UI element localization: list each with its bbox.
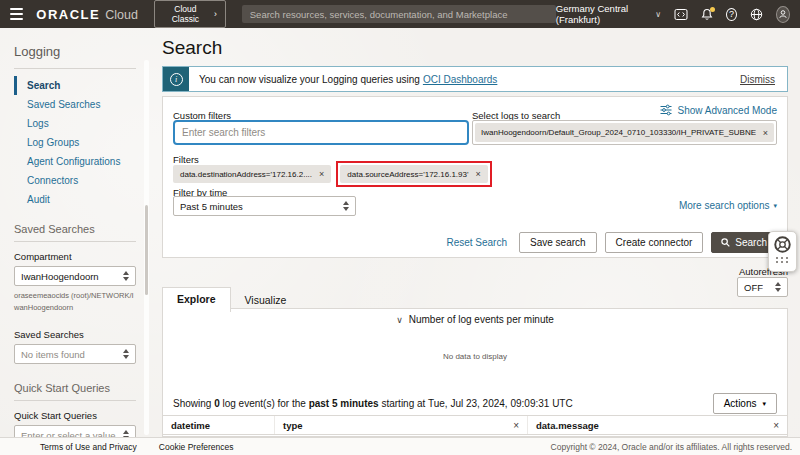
- filter-chip-destination[interactable]: data.destinationAddress='172.16.2.... ×: [173, 165, 331, 183]
- remove-column-icon[interactable]: ×: [513, 420, 519, 431]
- banner-accent-strip: i: [163, 67, 189, 91]
- column-datetime[interactable]: datetime: [163, 416, 275, 434]
- chevron-right-icon: ›: [214, 9, 217, 19]
- reset-search-link[interactable]: Reset Search: [446, 237, 507, 248]
- oracle-cloud-logo[interactable]: ORACLE Cloud: [36, 7, 138, 22]
- dismiss-link[interactable]: Dismiss: [740, 74, 775, 85]
- brand-cloud: Cloud: [105, 8, 138, 22]
- results-summary-text: Showing 0 log event(s) for the past 5 mi…: [173, 398, 573, 409]
- stepper-icon: [770, 282, 781, 292]
- result-count: 0: [214, 398, 220, 409]
- compartment-select[interactable]: IwanHoogendoorn: [14, 266, 136, 286]
- notifications-bell-icon[interactable]: [701, 8, 713, 21]
- banner-text: You can now visualize your Logging queri…: [199, 74, 420, 85]
- column-data-message[interactable]: data.message ×: [528, 416, 787, 434]
- custom-filters-input[interactable]: [173, 120, 469, 145]
- hamburger-menu-icon[interactable]: [10, 8, 23, 20]
- help-icon[interactable]: ?: [726, 8, 737, 21]
- remove-log-icon[interactable]: ×: [763, 128, 768, 138]
- chart-empty-state: No data to display: [163, 352, 787, 361]
- saved-searches-select[interactable]: No items found: [14, 344, 136, 364]
- time-range-select[interactable]: Past 5 minutes: [173, 196, 356, 216]
- sidebar-item-connectors[interactable]: Connectors: [14, 171, 136, 190]
- search-icon: [721, 238, 730, 247]
- more-search-options-link[interactable]: More search options ▾: [679, 200, 777, 211]
- remove-filter-icon[interactable]: ×: [475, 169, 480, 179]
- column-type[interactable]: type ×: [275, 416, 528, 434]
- floating-help-widget[interactable]: [768, 231, 797, 272]
- page-title: Search: [162, 37, 222, 59]
- save-search-button[interactable]: Save search: [519, 232, 597, 253]
- saved-searches-section-heading: Saved Searches: [14, 223, 136, 235]
- info-banner: i You can now visualize your Logging que…: [162, 66, 788, 92]
- sidebar-item-saved-searches[interactable]: Saved Searches: [14, 95, 136, 114]
- caret-down-icon: ▾: [773, 202, 777, 210]
- drag-handle-dots[interactable]: [776, 257, 789, 263]
- remove-filter-icon[interactable]: ×: [319, 169, 324, 179]
- quick-start-section-heading: Quick Start Queries: [14, 382, 136, 394]
- select-logs-field[interactable]: IwanHoogendoorn/Default_Group_2024_0710_…: [472, 120, 777, 145]
- sidebar-navigation: Logging Search Saved Searches Logs Log G…: [0, 28, 150, 437]
- chevron-down-icon: ∨: [655, 10, 661, 19]
- quick-start-label: Quick Start Queries: [14, 410, 136, 421]
- stepper-icon: [338, 201, 349, 211]
- oci-dashboards-link[interactable]: OCI Dashboards: [423, 74, 497, 85]
- divider: [14, 68, 136, 69]
- info-icon: i: [170, 73, 183, 86]
- user-avatar[interactable]: [776, 6, 790, 23]
- sliders-icon: [660, 104, 672, 116]
- search-actions-row: Reset Search Save search Create connecto…: [446, 232, 777, 253]
- cloud-classic-button[interactable]: Cloud Classic ›: [154, 0, 226, 28]
- saved-searches-label: Saved Searches: [14, 329, 136, 340]
- sidebar-scrollbar-thumb[interactable]: [145, 205, 148, 295]
- divider: [14, 241, 136, 242]
- sidebar-title: Logging: [14, 44, 136, 59]
- topbar-actions: Germany Central (Frankfurt) ∨ ?: [556, 3, 790, 25]
- log-events-collapsible-header[interactable]: ∨ Number of log events per minute: [163, 314, 787, 325]
- results-table-header: datetime type × data.message ×: [163, 415, 787, 435]
- red-annotation-box: data.sourceAddress='172.16.1.93' ×: [336, 161, 491, 187]
- filter-chips-row: data.destinationAddress='172.16.2.... × …: [173, 161, 492, 187]
- cookie-preferences-link[interactable]: Cookie Preferences: [159, 442, 234, 452]
- sidebar-item-logs[interactable]: Logs: [14, 114, 136, 133]
- remove-column-icon[interactable]: ×: [773, 420, 779, 431]
- notification-dot: [710, 7, 715, 12]
- create-connector-button[interactable]: Create connector: [605, 232, 704, 253]
- divider: [14, 400, 136, 401]
- filter-chip-source[interactable]: data.sourceAddress='172.16.1.93' ×: [340, 165, 487, 183]
- copyright-text: Copyright © 2024, Oracle and/or its affi…: [551, 442, 792, 452]
- compartment-path: oraseemeaocids (root)/NETWORK/IwanHoogen…: [14, 290, 136, 313]
- terms-link[interactable]: Terms of Use and Privacy: [40, 442, 137, 452]
- sidebar-item-log-groups[interactable]: Log Groups: [14, 133, 136, 152]
- explore-panel: ∨ Number of log events per minute No dat…: [162, 308, 788, 437]
- show-advanced-mode-link[interactable]: Show Advanced Mode: [660, 104, 777, 116]
- results-summary-row: Showing 0 log event(s) for the past 5 mi…: [173, 393, 777, 414]
- sidebar-menu: Search Saved Searches Logs Log Groups Ag…: [14, 76, 136, 209]
- search-filter-card: Show Advanced Mode Custom filters Select…: [162, 96, 788, 258]
- stepper-icon: [118, 349, 129, 359]
- top-navigation-bar: ORACLE Cloud Cloud Classic › Germany Cen…: [0, 0, 800, 28]
- selected-log-chip: IwanHoogendoorn/Default_Group_2024_0710_…: [475, 123, 774, 142]
- sidebar-item-agent-configurations[interactable]: Agent Configurations: [14, 152, 136, 171]
- life-preserver-icon: [772, 234, 793, 255]
- developer-tools-icon[interactable]: [674, 8, 688, 21]
- result-range: past 5 minutes: [309, 398, 379, 409]
- language-globe-icon[interactable]: [750, 8, 763, 21]
- chevron-down-icon: ∨: [396, 315, 403, 325]
- brand-oracle: ORACLE: [36, 7, 100, 22]
- tab-explore[interactable]: Explore: [162, 287, 231, 312]
- actions-button[interactable]: Actions ▾: [713, 393, 777, 414]
- compartment-label: Compartment: [14, 251, 136, 262]
- global-search-input[interactable]: [242, 5, 556, 23]
- caret-down-icon: ▾: [762, 400, 766, 408]
- sidebar-item-audit[interactable]: Audit: [14, 190, 136, 209]
- stepper-icon: [118, 271, 129, 281]
- page-footer: Terms of Use and Privacy Cookie Preferen…: [0, 437, 800, 455]
- autorefresh-select[interactable]: OFF: [737, 277, 788, 297]
- sidebar-item-search[interactable]: Search: [14, 76, 136, 95]
- region-selector[interactable]: Germany Central (Frankfurt) ∨: [556, 3, 661, 25]
